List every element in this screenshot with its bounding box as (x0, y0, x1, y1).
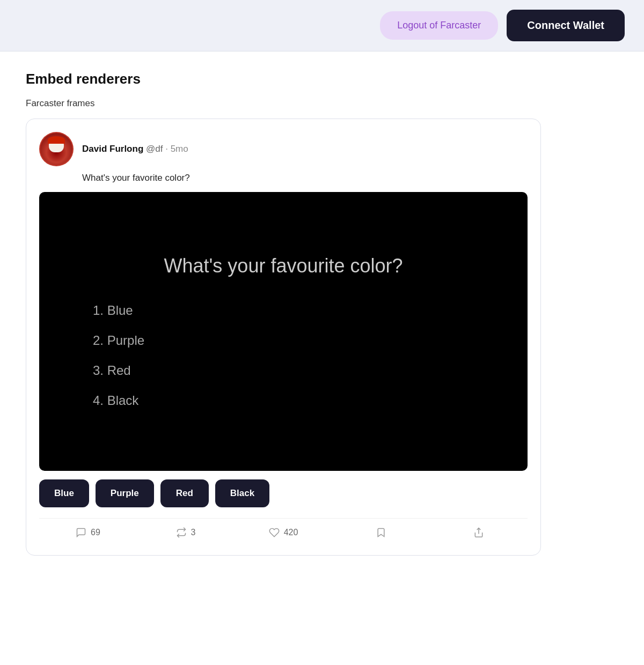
cast-card: David Furlong @df · 5mo What's your favo… (26, 119, 541, 556)
like-count: 420 (284, 528, 298, 537)
frame-option-3: 3. Red (93, 363, 506, 378)
reply-icon (76, 527, 86, 538)
recast-action[interactable]: 3 (137, 523, 235, 542)
frame-button-red[interactable]: Red (160, 479, 209, 507)
cast-author-name: David Furlong (82, 144, 143, 154)
frame-option-4: 4. Black (93, 393, 506, 408)
bookmark-action[interactable] (332, 523, 430, 542)
like-action[interactable]: 420 (235, 523, 332, 542)
frame-button-purple[interactable]: Purple (96, 479, 154, 507)
like-icon (269, 527, 280, 538)
logout-button[interactable]: Logout of Farcaster (380, 11, 498, 40)
header: Logout of Farcaster Connect Wallet (0, 0, 644, 51)
main-content: Embed renderers Farcaster frames David F… (0, 51, 644, 665)
bookmark-icon (376, 527, 386, 538)
frame-title: What's your favourite color? (61, 255, 506, 277)
share-action[interactable] (430, 523, 528, 542)
cast-text: What's your favorite color? (82, 173, 528, 183)
avatar (39, 132, 74, 166)
cast-handle: @df (146, 144, 163, 154)
share-icon (473, 527, 484, 538)
avatar-image (40, 133, 72, 165)
frame-button-black[interactable]: Black (215, 479, 269, 507)
cast-meta: David Furlong @df · 5mo (82, 144, 188, 154)
reply-action[interactable]: 69 (39, 523, 137, 542)
recast-icon (176, 527, 187, 538)
frame-option-2: 2. Purple (93, 333, 506, 348)
cast-author-line: David Furlong @df · 5mo (82, 144, 188, 154)
cast-header: David Furlong @df · 5mo (39, 132, 528, 166)
section-label: Farcaster frames (26, 98, 618, 109)
recast-count: 3 (191, 528, 196, 537)
cast-time: · 5mo (165, 144, 188, 154)
frame-options: 1. Blue 2. Purple 3. Red 4. Black (61, 303, 506, 408)
frame-button-blue[interactable]: Blue (39, 479, 89, 507)
frame-image: What's your favourite color? 1. Blue 2. … (39, 192, 528, 471)
cast-actions: 69 3 420 (39, 518, 528, 542)
frame-buttons: Blue Purple Red Black (39, 479, 528, 507)
page-title: Embed renderers (26, 71, 618, 87)
connect-wallet-button[interactable]: Connect Wallet (507, 10, 625, 41)
reply-count: 69 (91, 528, 100, 537)
frame-option-1: 1. Blue (93, 303, 506, 318)
